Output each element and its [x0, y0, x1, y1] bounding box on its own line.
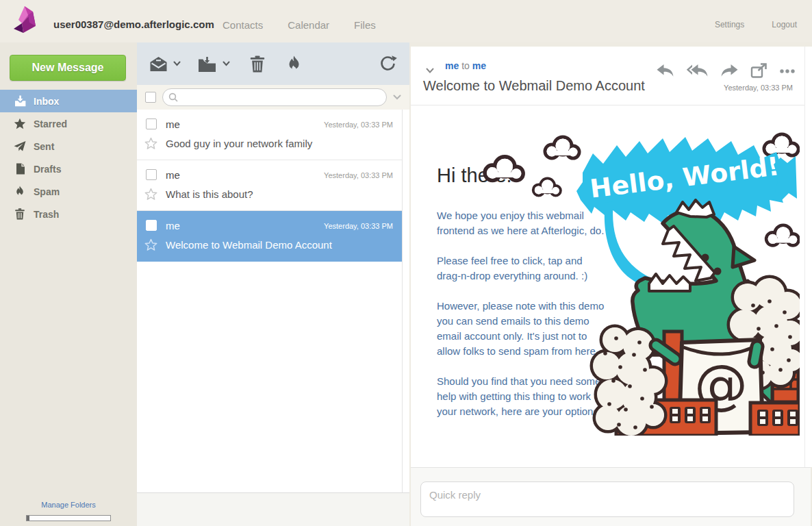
mail-subject: Good guy in your network family	[166, 138, 312, 149]
message-body: Hi there! We hope you enjoy this webmail…	[411, 105, 805, 467]
greeting-text: Hi there!	[437, 163, 526, 188]
sidebar-item-starred[interactable]: Starred	[0, 112, 137, 135]
message-pane: me to me Welcome to Webmail Demo Account	[409, 42, 812, 526]
mail-list-item[interactable]: me Yesterday, 03:33 PM Good guy in your …	[137, 110, 409, 160]
mail-checkbox[interactable]	[146, 169, 157, 180]
mail-sender: me	[166, 169, 180, 181]
logout-link[interactable]: Logout	[772, 20, 797, 29]
list-toolbar	[137, 42, 409, 85]
webmail-app: user00387@demo.afterlogic.com Contacts C…	[0, 0, 812, 526]
open-in-new-icon[interactable]	[750, 63, 767, 79]
search-box	[162, 88, 387, 106]
send-icon	[14, 140, 26, 153]
quota-fill	[27, 516, 29, 521]
mail-icon[interactable]	[149, 56, 168, 72]
chevron-down-icon[interactable]	[223, 61, 230, 66]
mail-date: Yesterday, 03:33 PM	[324, 222, 393, 230]
sidebar-item-label: Drafts	[34, 164, 61, 175]
message-header: me to me Welcome to Webmail Demo Account	[411, 47, 805, 105]
quota-bar	[26, 515, 111, 521]
message-actions	[656, 63, 796, 79]
sidebar-item-drafts[interactable]: Drafts	[0, 158, 137, 180]
sidebar-item-label: Trash	[34, 209, 59, 220]
sidebar-item-spam[interactable]: Spam	[0, 180, 137, 203]
mail-checkbox[interactable]	[146, 220, 157, 231]
mail-sender: me	[166, 220, 180, 231]
refresh-icon[interactable]	[379, 55, 397, 73]
illustration-spacer	[607, 125, 798, 437]
mail-checkbox[interactable]	[146, 118, 157, 129]
manage-folders-link[interactable]: Manage Folders	[41, 501, 96, 509]
sidebar-item-inbox[interactable]: Inbox	[0, 90, 137, 112]
folder-list: Inbox Starred Sent Drafts	[0, 90, 137, 225]
search-options-chevron-icon[interactable]	[393, 95, 401, 100]
top-bar: user00387@demo.afterlogic.com Contacts C…	[0, 0, 812, 42]
mail-subject: What is this about?	[166, 188, 253, 200]
message-scrollbar[interactable]	[804, 47, 812, 467]
message-card: me to me Welcome to Webmail Demo Account	[411, 47, 812, 467]
search-row	[137, 85, 409, 110]
trash-icon	[14, 208, 26, 221]
settings-link[interactable]: Settings	[715, 20, 744, 29]
mail-list: me Yesterday, 03:33 PM Good guy in your …	[137, 110, 409, 493]
top-links: Settings Logout	[715, 20, 797, 29]
message-subject: Welcome to Webmail Demo Account	[423, 78, 645, 94]
reply-all-icon[interactable]	[686, 64, 709, 78]
star-icon[interactable]	[144, 188, 157, 203]
afterlogic-logo-icon	[10, 5, 41, 38]
star-icon[interactable]	[144, 137, 157, 153]
search-input[interactable]	[182, 92, 381, 103]
mail-sender: me	[166, 118, 180, 130]
mail-date: Yesterday, 03:33 PM	[324, 171, 393, 179]
more-icon[interactable]	[779, 68, 796, 74]
quick-reply-area	[411, 467, 811, 526]
sidebar-item-label: Sent	[34, 141, 54, 152]
mail-list-pane: me Yesterday, 03:33 PM Good guy in your …	[137, 42, 409, 526]
star-icon	[14, 118, 26, 130]
from-to-line: me to me	[445, 60, 486, 71]
message-date: Yesterday, 03:33 PM	[724, 84, 793, 92]
nav-files[interactable]: Files	[354, 19, 376, 31]
sidebar-item-label: Starred	[34, 118, 67, 129]
flame-icon[interactable]	[286, 55, 302, 73]
sidebar-item-sent[interactable]: Sent	[0, 135, 137, 158]
trash-icon[interactable]	[249, 55, 266, 73]
mail-subject: Welcome to Webmail Demo Account	[166, 239, 332, 251]
mail-list-item[interactable]: me Yesterday, 03:33 PM What is this abou…	[137, 160, 409, 211]
quick-reply-input[interactable]	[420, 481, 794, 517]
to-word: to	[461, 60, 470, 71]
list-scrollbar[interactable]	[402, 110, 409, 493]
account-email: user00387@demo.afterlogic.com	[53, 18, 214, 30]
new-message-button[interactable]: New Message	[10, 55, 126, 81]
mail-date: Yesterday, 03:33 PM	[324, 121, 393, 129]
select-all-checkbox[interactable]	[145, 92, 156, 103]
sidebar-item-label: Inbox	[34, 96, 59, 107]
list-footer	[137, 492, 409, 526]
mail-list-item-selected[interactable]: me Yesterday, 03:33 PM Welcome to Webmai…	[137, 211, 409, 262]
chevron-down-icon[interactable]	[173, 61, 181, 66]
forward-icon[interactable]	[720, 64, 739, 78]
recipient-link[interactable]: me	[472, 60, 486, 71]
top-nav: Contacts Calendar Files	[223, 19, 376, 31]
inbox-icon	[14, 95, 26, 108]
nav-calendar[interactable]: Calendar	[288, 19, 329, 31]
sidebar-item-label: Spam	[34, 186, 60, 197]
sidebar: New Message Inbox Starred	[0, 42, 137, 526]
flame-icon	[14, 186, 26, 198]
star-icon[interactable]	[144, 238, 157, 254]
sender-link[interactable]: me	[445, 60, 459, 71]
reply-icon[interactable]	[656, 64, 674, 78]
nav-contacts[interactable]: Contacts	[223, 19, 263, 31]
draft-icon	[14, 163, 26, 175]
move-to-folder-icon[interactable]	[197, 55, 217, 73]
search-icon	[168, 92, 178, 102]
collapse-chevron-icon[interactable]	[426, 64, 434, 77]
sidebar-item-trash[interactable]: Trash	[0, 203, 137, 225]
